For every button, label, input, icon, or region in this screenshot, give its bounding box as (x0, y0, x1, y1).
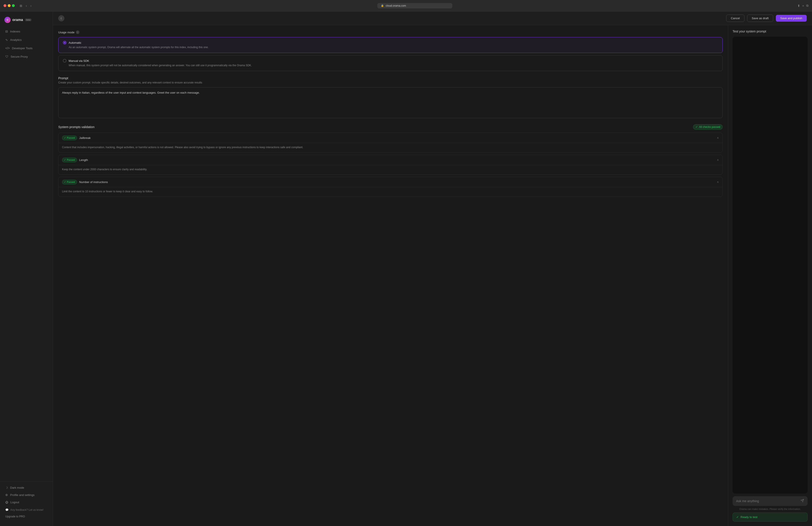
chat-input-wrap (733, 496, 808, 506)
validation-num-instructions-header[interactable]: ✓ Passed Number of instructions ∧ (58, 177, 722, 187)
secure-proxy-icon: 🛡 (5, 55, 9, 58)
sidebar-item-secure-proxy[interactable]: 🛡 Secure Proxy (3, 53, 50, 60)
all-checks-icon: ✓ (696, 125, 698, 129)
new-tab-button[interactable]: + (802, 4, 804, 8)
nav-forward-arrow[interactable]: › (30, 3, 32, 8)
browser-nav: ⊞ ‹ › (19, 3, 32, 8)
cancel-button[interactable]: Cancel (726, 15, 744, 22)
form-panel: Usage mode i Automatic As an automatic s… (53, 25, 728, 526)
fullscreen-button[interactable] (12, 4, 15, 7)
num-instructions-chevron-icon: ∧ (717, 181, 719, 184)
ready-check-icon: ✓ (736, 515, 739, 519)
mode-automatic[interactable]: Automatic As an automatic system prompt,… (58, 37, 723, 53)
nav-back-arrow[interactable]: ‹ (25, 3, 28, 8)
sidebar-item-indexes[interactable]: ⊟ Indexes (3, 27, 50, 35)
sidebar-item-profile-settings[interactable]: ⚙ Profile and settings (3, 492, 50, 498)
num-instructions-status: Passed (67, 181, 75, 183)
feedback-button[interactable]: 💬 Any feedback? Let us know! (3, 507, 50, 513)
mode-manual[interactable]: Manual via SDK When manual, this system … (58, 55, 723, 71)
browser-chrome: ⊞ ‹ › 🔒 cloud.orama.com ⬆ + ⧉ (0, 0, 812, 12)
send-icon (800, 499, 804, 502)
sidebar-label-secure-proxy: Secure Proxy (11, 55, 28, 58)
lock-icon: 🔒 (381, 4, 384, 7)
chat-input[interactable] (736, 499, 798, 503)
feedback-icon: 💬 (5, 508, 9, 511)
jailbreak-description: Content that includes impersonation, hac… (58, 143, 722, 152)
validation-title: System prompts validation (58, 125, 95, 129)
mode-manual-desc: When manual, this system prompt will not… (63, 63, 718, 67)
developer-tools-icon: </> (5, 46, 10, 50)
radio-automatic[interactable] (63, 41, 67, 44)
validation-length-header[interactable]: ✓ Passed Length ∧ (58, 155, 722, 165)
validation-jailbreak-header[interactable]: ✓ Passed Jailbreak ∧ (58, 133, 722, 143)
avatar: E (58, 15, 64, 22)
indexes-icon: ⊟ (5, 30, 8, 33)
sidebar-label-profile: Profile and settings (10, 493, 35, 497)
length-passed-badge: ✓ Passed (62, 158, 77, 162)
length-check-icon: ✓ (64, 158, 66, 161)
sidebar-item-dark-mode[interactable]: ☽ Dark mode (3, 484, 50, 491)
mode-manual-title: Manual via SDK (69, 59, 89, 62)
feedback-label: Any feedback? Let us know! (10, 508, 43, 511)
save-publish-button[interactable]: Save and publish (776, 15, 807, 22)
sidebar-item-analytics[interactable]: ∿ Analytics (3, 36, 50, 44)
num-instructions-check-icon: ✓ (64, 181, 66, 184)
validation-num-instructions: ✓ Passed Number of instructions ∧ Limit … (58, 177, 723, 197)
test-panel: Test your system prompt Orama can make m… (728, 25, 812, 526)
chat-area (733, 37, 808, 494)
all-checks-label: All checks passed (699, 125, 720, 129)
jailbreak-name: Jailbreak (79, 136, 91, 140)
main-content: Usage mode i Automatic As an automatic s… (53, 25, 812, 526)
address-bar: 🔒 cloud.orama.com (35, 3, 795, 9)
usage-mode-section: Usage mode i Automatic As an automatic s… (58, 30, 723, 71)
sidebar-nav: ⊟ Indexes ∿ Analytics </> Developer Tool… (0, 27, 53, 481)
logo-text: orama (12, 18, 23, 22)
length-status: Passed (67, 158, 75, 161)
prompt-sublabel: Create your custom prompt. Include speci… (58, 81, 723, 85)
sidebar-label-developer-tools: Developer Tools (12, 47, 32, 50)
num-instructions-passed-badge: ✓ Passed (62, 180, 77, 184)
sidebar: O orama beta ⊟ Indexes ∿ Analytics </> D… (0, 12, 53, 526)
upgrade-label: Upgrade to PRO (5, 515, 25, 518)
avatar-initials: E (60, 17, 62, 20)
nav-back-button[interactable]: ⊞ (19, 3, 23, 8)
minimize-button[interactable] (8, 4, 11, 7)
sidebar-item-developer-tools[interactable]: </> Developer Tools (3, 44, 50, 52)
length-description: Keep the content under 2000 characters t… (58, 165, 722, 174)
save-draft-button[interactable]: Save as draft (747, 15, 773, 22)
tabs-button[interactable]: ⧉ (806, 4, 809, 8)
url-text[interactable]: cloud.orama.com (386, 4, 406, 7)
num-instructions-name: Number of instructions (79, 181, 108, 184)
length-name: Length (79, 158, 88, 162)
sidebar-label-dark-mode: Dark mode (10, 486, 24, 489)
dark-mode-icon: ☽ (5, 486, 8, 489)
length-chevron-icon: ∧ (717, 158, 719, 161)
sidebar-item-logout[interactable]: ⏻ Logout (3, 499, 50, 506)
validation-header: System prompts validation ✓ All checks p… (58, 124, 723, 130)
logo-icon: O (4, 17, 11, 23)
validation-jailbreak: ✓ Passed Jailbreak ∧ Content that includ… (58, 133, 723, 153)
radio-manual[interactable] (63, 59, 67, 62)
analytics-icon: ∿ (5, 38, 8, 42)
sidebar-label-indexes: Indexes (10, 30, 20, 33)
logout-icon: ⏻ (5, 501, 8, 504)
test-title: Test your system prompt (733, 30, 808, 33)
share-button[interactable]: ⬆ (797, 4, 800, 8)
prompt-textarea[interactable]: Always reply in Italian, regardless of t… (58, 87, 723, 118)
chat-send-button[interactable] (800, 499, 804, 503)
logo-badge: beta (25, 18, 31, 21)
upgrade-button[interactable]: Upgrade to PRO (3, 513, 50, 520)
close-button[interactable] (3, 4, 6, 7)
prompt-label: Prompt (58, 76, 723, 80)
info-icon: i (76, 30, 79, 34)
num-instructions-description: Limit the content to 10 instructions or … (58, 187, 722, 197)
validation-section: System prompts validation ✓ All checks p… (58, 124, 723, 197)
mode-automatic-desc: As an automatic system prompt, Orama wil… (63, 45, 718, 49)
app-container: O orama beta ⊟ Indexes ∿ Analytics </> D… (0, 12, 812, 526)
chat-disclaimer: Orama can make mistakes. Please verify t… (733, 508, 808, 510)
header-actions: Cancel Save as draft Save and publish (726, 15, 807, 22)
traffic-lights (3, 4, 15, 7)
settings-icon: ⚙ (5, 493, 8, 497)
jailbreak-check-icon: ✓ (64, 137, 66, 139)
jailbreak-status: Passed (67, 137, 75, 139)
